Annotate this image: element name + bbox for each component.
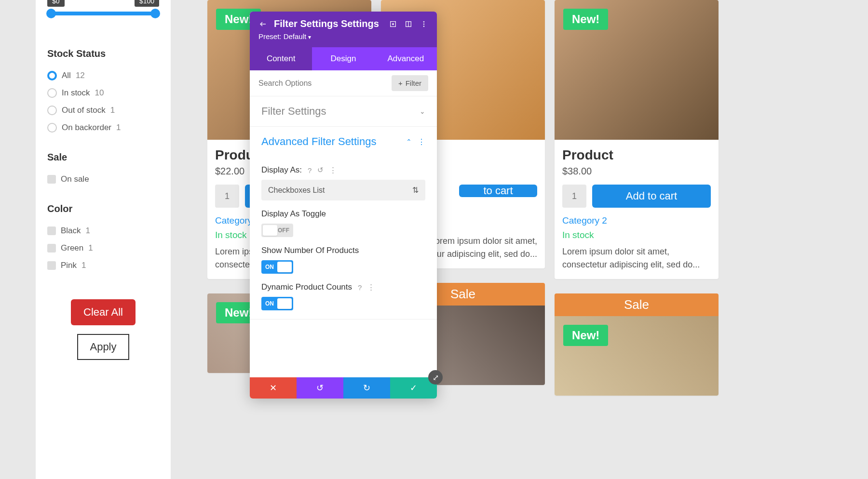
- add-filter-button[interactable]: + Filter: [392, 75, 428, 91]
- clear-all-button[interactable]: Clear All: [71, 299, 136, 325]
- checkbox-icon: [47, 226, 56, 235]
- display-as-select[interactable]: Checkboxes List ⇅: [261, 180, 425, 200]
- reset-icon[interactable]: ↺: [317, 166, 324, 174]
- toggle-label: ON: [265, 300, 274, 307]
- sale-option-onsale[interactable]: On sale: [47, 174, 159, 184]
- add-to-cart-button[interactable]: to cart: [459, 185, 537, 197]
- product-price: $38.00: [562, 166, 711, 177]
- stock-count: 12: [76, 71, 85, 80]
- new-badge: New!: [563, 325, 608, 346]
- stock-label: On backorder: [62, 123, 111, 133]
- search-input[interactable]: [258, 79, 392, 88]
- redo-icon: ↻: [363, 383, 370, 393]
- stock-count: 10: [95, 88, 104, 98]
- field-dynamic-counts: Dynamic Product Counts ? ⋮ ON: [250, 282, 437, 319]
- kebab-icon[interactable]: ⋮: [418, 137, 425, 146]
- radio-selected-icon: [47, 71, 57, 80]
- stock-option-outofstock[interactable]: Out of stock 1: [47, 106, 159, 115]
- checkbox-icon: [47, 175, 56, 184]
- help-icon[interactable]: ?: [358, 283, 362, 292]
- filter-sidebar: $0 $100 Stock Status All 12 In stock 10 …: [36, 0, 171, 479]
- toggle-label: OFF: [278, 227, 289, 234]
- stock-count: 1: [110, 106, 115, 115]
- stock-option-all[interactable]: All 12: [47, 71, 159, 80]
- stock-heading: Stock Status: [47, 48, 159, 59]
- section-filter-settings[interactable]: Filter Settings ⌄: [250, 96, 437, 127]
- modal-undo-button[interactable]: ↺: [297, 377, 343, 399]
- stock-option-backorder[interactable]: On backorder 1: [47, 123, 159, 133]
- help-icon[interactable]: ?: [308, 166, 312, 174]
- svg-point-6: [423, 26, 425, 27]
- settings-modal: Filter Settings Settings Preset: Default…: [250, 12, 437, 399]
- modal-title: Filter Settings Settings: [274, 18, 382, 29]
- tab-advanced[interactable]: Advanced: [375, 47, 437, 70]
- quantity-input[interactable]: [562, 185, 586, 208]
- color-count: 1: [88, 243, 93, 253]
- field-label: Display As:: [261, 165, 302, 175]
- checkbox-icon: [47, 244, 56, 253]
- color-option-green[interactable]: Green 1: [47, 243, 159, 253]
- quantity-input[interactable]: [215, 185, 239, 208]
- toggle-knob: [277, 298, 292, 309]
- radio-icon: [47, 106, 57, 115]
- modal-close-button[interactable]: ✕: [250, 377, 297, 399]
- expand-icon[interactable]: [389, 20, 397, 28]
- price-slider[interactable]: $0 $100: [47, 0, 159, 29]
- stock-option-instock[interactable]: In stock 10: [47, 88, 159, 98]
- section-title: Filter Settings: [261, 105, 326, 118]
- preset-dropdown[interactable]: Preset: Default: [258, 32, 428, 40]
- product-image[interactable]: New!: [555, 0, 719, 140]
- section-advanced-filter[interactable]: Advanced Filter Settings ⌃ ⋮: [250, 127, 437, 157]
- stock-count: 1: [116, 123, 121, 133]
- modal-tabs: Content Design Advanced: [250, 47, 437, 70]
- toggle-label: ON: [265, 264, 274, 270]
- sale-heading: Sale: [47, 152, 159, 163]
- select-arrows-icon: ⇅: [412, 186, 419, 195]
- price-max-tag: $100: [135, 0, 159, 7]
- tab-design[interactable]: Design: [312, 47, 374, 70]
- kebab-icon[interactable]: ⋮: [367, 283, 375, 292]
- toggle-knob: [263, 225, 277, 236]
- color-label: Black: [61, 226, 81, 236]
- radio-icon: [47, 123, 57, 133]
- plus-icon: +: [398, 79, 403, 87]
- resize-handle[interactable]: ⤢: [428, 370, 443, 385]
- chevron-down-icon: ⌄: [420, 107, 425, 115]
- product-category[interactable]: Category 2: [562, 215, 711, 226]
- dynamic-counts-switch[interactable]: ON: [261, 297, 293, 310]
- slider-thumb-max[interactable]: [150, 9, 160, 18]
- svg-point-5: [423, 23, 425, 25]
- svg-point-1: [393, 23, 394, 25]
- select-value: Checkboxes List: [268, 186, 325, 195]
- field-display-as: Display As: ? ↺ ⋮ Checkboxes List ⇅: [250, 165, 437, 200]
- toggle-knob: [277, 262, 292, 272]
- radio-icon: [47, 88, 57, 98]
- kebab-icon[interactable]: [420, 20, 428, 28]
- color-label: Green: [61, 243, 83, 253]
- kebab-icon[interactable]: ⋮: [329, 166, 337, 174]
- color-heading: Color: [47, 203, 159, 214]
- product-title: Product: [562, 147, 711, 163]
- apply-button[interactable]: Apply: [77, 334, 129, 360]
- slider-thumb-min[interactable]: [46, 9, 56, 18]
- stock-label: All: [62, 71, 71, 80]
- back-icon[interactable]: [258, 20, 267, 28]
- undo-icon: ↺: [316, 383, 324, 393]
- slider-track[interactable]: [51, 12, 155, 15]
- show-num-switch[interactable]: ON: [261, 260, 293, 274]
- add-to-cart-button[interactable]: Add to cart: [592, 185, 711, 208]
- color-option-black[interactable]: Black 1: [47, 226, 159, 236]
- resize-icon: ⤢: [433, 373, 439, 382]
- field-label: Dynamic Product Counts: [261, 282, 352, 292]
- product-desc: Lorem ipsum dolor sit amet, consectetur …: [562, 245, 711, 271]
- modal-redo-button[interactable]: ↻: [343, 377, 390, 399]
- color-option-pink[interactable]: Pink 1: [47, 261, 159, 270]
- filter-btn-label: Filter: [406, 79, 421, 87]
- close-icon: ✕: [270, 383, 277, 393]
- field-label: Show Number Of Products: [261, 246, 359, 255]
- product-image[interactable]: New!: [555, 316, 719, 396]
- tab-content[interactable]: Content: [250, 47, 312, 70]
- display-toggle-switch[interactable]: OFF: [261, 224, 293, 237]
- modal-header: Filter Settings Settings Preset: Default: [250, 12, 437, 47]
- dock-icon[interactable]: [404, 20, 413, 28]
